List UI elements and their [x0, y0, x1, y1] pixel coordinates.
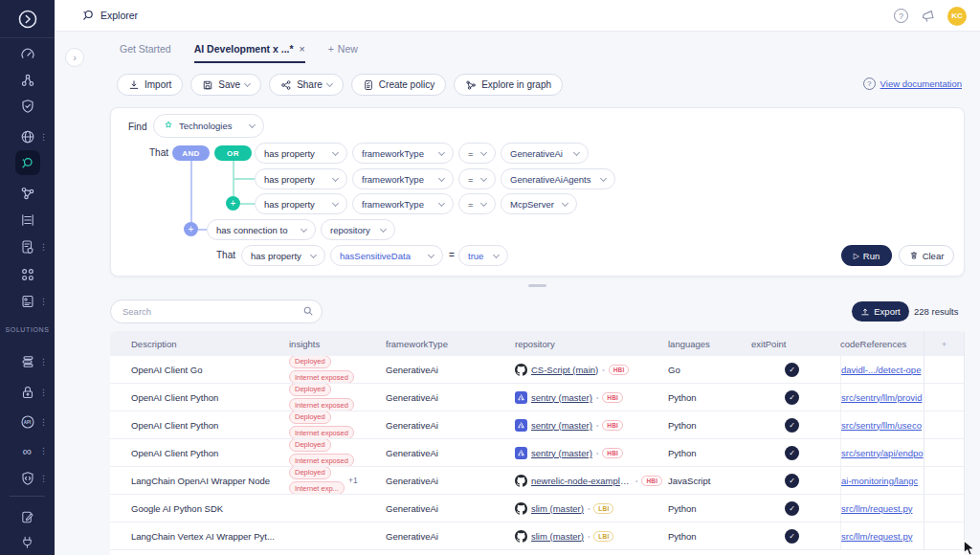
sidebar-item-code-security[interactable]: ⋮ — [0, 467, 55, 490]
search-input[interactable] — [110, 300, 323, 323]
language-cell: Python — [668, 420, 751, 431]
run-button[interactable]: ▷ Run — [841, 245, 892, 266]
or-operator-pill[interactable]: OR — [214, 145, 252, 161]
view-documentation-link[interactable]: ? View documentation — [863, 78, 962, 90]
exitpoint-cell: ✓ — [751, 474, 840, 488]
close-icon[interactable]: × — [300, 43, 305, 55]
sidebar-item-policies[interactable]: ⋮ — [0, 235, 55, 258]
export-button[interactable]: Export — [852, 301, 909, 322]
code-reference-link[interactable]: src/llm/request.py — [841, 503, 912, 514]
sidebar-item-release-notes[interactable] — [0, 505, 55, 528]
entity-type-dropdown[interactable]: Technologies — [153, 114, 264, 138]
sidebar-item-secrets[interactable]: ⋮ — [0, 381, 55, 404]
column-header-codereferences[interactable]: codeReferences — [840, 339, 924, 349]
sidebar-item-cicd[interactable]: ∞ ⋮ — [0, 439, 55, 462]
property-dropdown[interactable]: frameworkType — [352, 143, 454, 164]
column-header-languages[interactable]: languages — [668, 339, 751, 349]
value-dropdown[interactable]: GenerativeAi — [501, 143, 589, 164]
share-button[interactable]: Share — [269, 74, 344, 96]
sidebar-item-connectors[interactable] — [0, 530, 55, 553]
column-header-insights[interactable]: insights — [289, 339, 386, 349]
description-cell: LangChain Vertex AI Wrapper Pyt... — [110, 531, 289, 542]
operator-dropdown[interactable]: has property — [241, 245, 325, 266]
table-row[interactable]: OpenAI Client Python Deployed Internet e… — [110, 411, 965, 439]
sidebar-item-api-security[interactable]: API ⋮ — [0, 411, 55, 433]
tab-new[interactable]: + New — [328, 43, 358, 61]
code-reference-link[interactable]: src/sentry/api/endpo — [841, 448, 924, 458]
table-row[interactable]: Google AI Python SDK GenerativeAi slim (… — [110, 495, 965, 522]
value-dropdown[interactable]: McpServer — [501, 193, 577, 214]
sidebar-item-graph[interactable] — [0, 182, 55, 205]
repository-link[interactable]: slim (master) — [531, 531, 584, 542]
repository-cell: sentry (master) • HBI — [515, 447, 668, 459]
comparator-dropdown[interactable]: = — [458, 168, 496, 189]
sidebar-item-inventory[interactable] — [0, 69, 55, 92]
repository-link[interactable]: newrelic-node-examples (... — [531, 476, 632, 486]
repository-link[interactable]: sentry (master) — [531, 448, 592, 458]
clear-button[interactable]: Clear — [899, 245, 954, 266]
insight-badge: Deployed — [289, 356, 331, 368]
plug-icon — [20, 535, 34, 549]
comparator-dropdown[interactable]: = — [458, 193, 496, 214]
sidebar-item-dashboard[interactable] — [0, 42, 55, 65]
tab-get-started[interactable]: Get Started — [120, 43, 171, 61]
property-dropdown[interactable]: frameworkType — [352, 193, 454, 214]
property-dropdown[interactable]: frameworkType — [352, 168, 454, 189]
value-dropdown[interactable]: GenerativeAiAgents — [501, 168, 615, 189]
row-extra-cell — [924, 522, 965, 549]
sidebar-item-data-security[interactable]: ⋮ — [0, 350, 55, 373]
and-operator-pill[interactable]: AND — [172, 145, 210, 161]
sidebar-item-workloads[interactable] — [0, 209, 55, 232]
operator-dropdown[interactable]: has property — [255, 143, 347, 164]
save-button[interactable]: Save — [190, 74, 261, 96]
property-dropdown[interactable]: hasSensitiveData — [330, 245, 443, 266]
announcements-megaphone-icon[interactable] — [920, 9, 936, 23]
sidebar-item-internet[interactable]: ⋮ — [0, 125, 55, 148]
sidebar-item-explorer[interactable] — [0, 151, 55, 174]
sidebar-item-compliance[interactable] — [0, 95, 55, 118]
code-reference-link[interactable]: davidl-.../detect-ope — [841, 365, 921, 375]
operator-dropdown[interactable]: has connection to — [207, 219, 316, 240]
value-dropdown[interactable]: true — [458, 245, 508, 266]
table-row[interactable]: LangChain Vertex AI Wrapper Pyt... Gener… — [110, 522, 965, 550]
column-header-repository[interactable]: repository — [515, 339, 668, 349]
repository-link[interactable]: sentry (master) — [531, 392, 592, 403]
frameworktype-cell: GenerativeAi — [386, 503, 515, 514]
code-reference-link[interactable]: src/sentry/llm/useco — [841, 420, 922, 431]
add-and-condition-button[interactable]: + — [184, 222, 198, 236]
column-header-exitpoint[interactable]: exitPoint — [751, 339, 840, 349]
user-avatar[interactable]: KC — [947, 7, 967, 26]
insights-more-count[interactable]: +1 — [348, 476, 358, 485]
app-logo[interactable] — [0, 0, 55, 38]
add-or-condition-button[interactable]: + — [226, 196, 240, 211]
tab-active-query[interactable]: AI Development x ...* × — [194, 43, 305, 63]
sidebar-item-integrations[interactable] — [0, 263, 55, 286]
repository-link[interactable]: slim (master) — [531, 503, 584, 514]
connection-target-dropdown[interactable]: repository — [321, 219, 395, 240]
add-column-button[interactable]: + — [924, 331, 965, 356]
code-reference-link[interactable]: ai-monitoring/langc — [841, 476, 918, 486]
repository-link[interactable]: sentry (master) — [531, 420, 592, 431]
operator-dropdown[interactable]: has property — [255, 193, 347, 214]
sidebar-item-reports[interactable]: ⋮ — [0, 290, 55, 313]
repository-link[interactable]: CS-Script (main) — [531, 365, 598, 375]
table-row[interactable]: OpenAI Client Python Deployed Internet e… — [110, 384, 965, 411]
column-header-frameworktype[interactable]: frameworkType — [386, 339, 515, 349]
comparator-dropdown[interactable]: = — [458, 143, 496, 164]
help-button[interactable]: ? — [894, 9, 908, 23]
expand-panel-button[interactable]: › — [65, 48, 84, 67]
insight-badge: Internet exposed — [289, 454, 354, 466]
hbi-badge: HBI — [609, 365, 630, 375]
code-reference-link[interactable]: src/sentry/llm/provid — [841, 392, 922, 403]
row-extra-cell — [924, 467, 965, 494]
import-button[interactable]: Import — [117, 74, 183, 96]
table-row[interactable]: OpenAI Client Go Deployed Internet expos… — [110, 356, 965, 384]
operator-dropdown[interactable]: has property — [255, 168, 347, 189]
table-row[interactable]: LangChain OpenAI Wrapper Node Deployed I… — [110, 467, 965, 495]
column-header-description[interactable]: Description — [110, 339, 289, 349]
explore-in-graph-button[interactable]: Explore in graph — [454, 74, 563, 96]
code-reference-link[interactable]: src/llm/request.py — [841, 531, 912, 542]
create-policy-button[interactable]: Create policy — [351, 74, 446, 96]
table-row[interactable]: OpenAI Client Python Deployed Internet e… — [110, 439, 965, 467]
panel-resize-handle[interactable] — [528, 284, 546, 287]
